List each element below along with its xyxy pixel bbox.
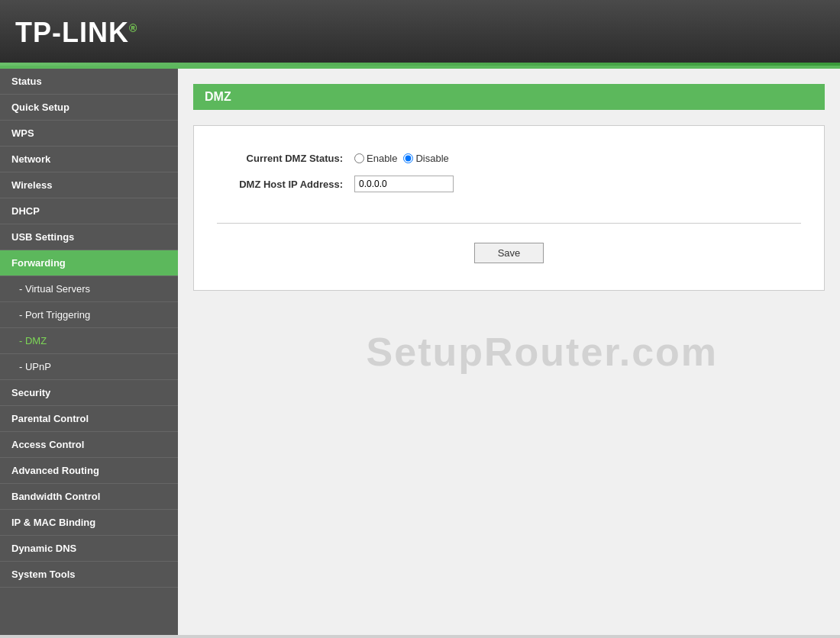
- form-section: Current DMZ Status: Enable Disable: [217, 141, 801, 215]
- header: TP-LINK®: [0, 0, 840, 69]
- sidebar-item-dhcp[interactable]: DHCP: [0, 198, 178, 224]
- sidebar-item-ip-mac-binding[interactable]: IP & MAC Binding: [0, 510, 178, 536]
- sidebar: Status Quick Setup WPS Network Wireless …: [0, 69, 178, 635]
- sidebar-item-security[interactable]: Security: [0, 380, 178, 406]
- sidebar-item-bandwidth-control[interactable]: Bandwidth Control: [0, 484, 178, 510]
- ip-address-label: DMZ Host IP Address:: [217, 179, 354, 190]
- dmz-status-controls: Enable Disable: [354, 153, 449, 164]
- sidebar-item-wireless[interactable]: Wireless: [0, 172, 178, 198]
- logo: TP-LINK®: [15, 17, 137, 49]
- dmz-status-label: Current DMZ Status:: [217, 153, 354, 164]
- sidebar-item-advanced-routing[interactable]: Advanced Routing: [0, 458, 178, 484]
- disable-label: Disable: [415, 153, 448, 164]
- sidebar-item-system-tools[interactable]: System Tools: [0, 562, 178, 588]
- main-content: SetupRouter.com DMZ Current DMZ Status: …: [178, 69, 840, 635]
- sidebar-item-parental-control[interactable]: Parental Control: [0, 406, 178, 432]
- sidebar-item-quick-setup[interactable]: Quick Setup: [0, 95, 178, 121]
- logo-registered: ®: [129, 22, 137, 34]
- sidebar-item-wps[interactable]: WPS: [0, 121, 178, 147]
- enable-radio[interactable]: [354, 153, 364, 163]
- sidebar-item-status[interactable]: Status: [0, 69, 178, 95]
- dmz-status-row: Current DMZ Status: Enable Disable: [217, 153, 801, 164]
- sidebar-item-forwarding[interactable]: Forwarding: [0, 250, 178, 276]
- sidebar-item-upnp[interactable]: - UPnP: [0, 354, 178, 380]
- enable-label: Enable: [367, 153, 397, 164]
- save-button[interactable]: Save: [474, 243, 544, 263]
- watermark: SetupRouter.com: [367, 329, 719, 375]
- disable-radio[interactable]: [403, 153, 413, 163]
- ip-address-controls: [354, 176, 454, 192]
- form-area: Current DMZ Status: Enable Disable: [193, 125, 825, 291]
- sidebar-item-access-control[interactable]: Access Control: [0, 432, 178, 458]
- sidebar-item-network[interactable]: Network: [0, 147, 178, 172]
- sidebar-item-dynamic-dns[interactable]: Dynamic DNS: [0, 536, 178, 562]
- divider: [217, 223, 801, 224]
- ip-address-input[interactable]: [354, 176, 454, 192]
- page-title: DMZ: [193, 84, 825, 110]
- button-area: Save: [217, 231, 801, 275]
- sidebar-item-port-triggering[interactable]: - Port Triggering: [0, 302, 178, 328]
- logo-text: TP-LINK®: [15, 17, 137, 48]
- disable-radio-option[interactable]: Disable: [403, 153, 448, 164]
- layout: Status Quick Setup WPS Network Wireless …: [0, 69, 840, 635]
- sidebar-item-virtual-servers[interactable]: - Virtual Servers: [0, 276, 178, 302]
- enable-radio-option[interactable]: Enable: [354, 153, 397, 164]
- ip-address-row: DMZ Host IP Address:: [217, 176, 801, 192]
- sidebar-item-dmz[interactable]: - DMZ: [0, 328, 178, 354]
- sidebar-item-usb-settings[interactable]: USB Settings: [0, 224, 178, 250]
